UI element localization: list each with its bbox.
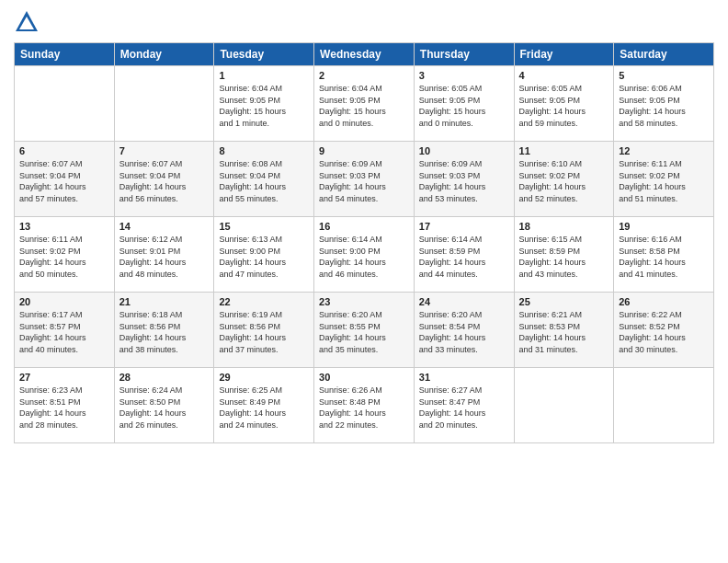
calendar-cell — [15, 66, 115, 142]
day-number: 24 — [419, 296, 509, 307]
header — [14, 9, 714, 35]
day-info: Sunrise: 6:11 AM Sunset: 9:02 PM Dayligh… — [19, 234, 109, 280]
day-number: 5 — [619, 70, 709, 81]
logo-icon — [14, 9, 40, 35]
calendar-header-wednesday: Wednesday — [314, 43, 415, 66]
calendar-header-sunday: Sunday — [15, 43, 115, 66]
calendar-cell: 28Sunrise: 6:24 AM Sunset: 8:50 PM Dayli… — [114, 368, 214, 443]
day-info: Sunrise: 6:08 AM Sunset: 9:04 PM Dayligh… — [219, 158, 309, 204]
day-info: Sunrise: 6:25 AM Sunset: 8:49 PM Dayligh… — [219, 385, 309, 431]
day-info: Sunrise: 6:13 AM Sunset: 9:00 PM Dayligh… — [219, 234, 309, 280]
calendar-cell: 23Sunrise: 6:20 AM Sunset: 8:55 PM Dayli… — [314, 293, 415, 368]
calendar-header-saturday: Saturday — [614, 43, 714, 66]
calendar-cell: 19Sunrise: 6:16 AM Sunset: 8:58 PM Dayli… — [614, 217, 714, 293]
calendar-header-tuesday: Tuesday — [214, 43, 314, 66]
day-number: 21 — [119, 296, 210, 307]
day-number: 10 — [419, 145, 509, 156]
day-info: Sunrise: 6:07 AM Sunset: 9:04 PM Dayligh… — [119, 158, 210, 204]
day-info: Sunrise: 6:24 AM Sunset: 8:50 PM Dayligh… — [119, 385, 210, 431]
calendar-week-2: 6Sunrise: 6:07 AM Sunset: 9:04 PM Daylig… — [15, 142, 714, 217]
day-number: 2 — [319, 70, 409, 81]
calendar-header-monday: Monday — [114, 43, 214, 66]
day-number: 30 — [319, 372, 409, 383]
calendar-cell: 8Sunrise: 6:08 AM Sunset: 9:04 PM Daylig… — [214, 142, 314, 217]
day-number: 23 — [319, 296, 409, 307]
calendar-cell: 2Sunrise: 6:04 AM Sunset: 9:05 PM Daylig… — [314, 66, 415, 142]
calendar-cell — [614, 368, 714, 443]
calendar-cell: 3Sunrise: 6:05 AM Sunset: 9:05 PM Daylig… — [414, 66, 514, 142]
day-number: 9 — [319, 145, 409, 156]
calendar-cell: 24Sunrise: 6:20 AM Sunset: 8:54 PM Dayli… — [414, 293, 514, 368]
day-number: 6 — [19, 145, 109, 156]
day-number: 11 — [519, 145, 609, 156]
day-number: 20 — [19, 296, 109, 307]
page: SundayMondayTuesdayWednesdayThursdayFrid… — [0, 0, 728, 563]
calendar-cell: 26Sunrise: 6:22 AM Sunset: 8:52 PM Dayli… — [614, 293, 714, 368]
day-info: Sunrise: 6:14 AM Sunset: 9:00 PM Dayligh… — [319, 234, 409, 280]
calendar-week-1: 1Sunrise: 6:04 AM Sunset: 9:05 PM Daylig… — [15, 66, 714, 142]
calendar-cell: 7Sunrise: 6:07 AM Sunset: 9:04 PM Daylig… — [114, 142, 214, 217]
day-number: 22 — [219, 296, 309, 307]
calendar-cell — [514, 368, 614, 443]
calendar-cell: 21Sunrise: 6:18 AM Sunset: 8:56 PM Dayli… — [114, 293, 214, 368]
calendar-cell: 9Sunrise: 6:09 AM Sunset: 9:03 PM Daylig… — [314, 142, 415, 217]
calendar-cell: 5Sunrise: 6:06 AM Sunset: 9:05 PM Daylig… — [614, 66, 714, 142]
calendar-cell: 22Sunrise: 6:19 AM Sunset: 8:56 PM Dayli… — [214, 293, 314, 368]
day-info: Sunrise: 6:09 AM Sunset: 9:03 PM Dayligh… — [419, 158, 509, 204]
day-number: 19 — [619, 221, 709, 232]
day-number: 16 — [319, 221, 409, 232]
calendar-cell: 29Sunrise: 6:25 AM Sunset: 8:49 PM Dayli… — [214, 368, 314, 443]
day-info: Sunrise: 6:04 AM Sunset: 9:05 PM Dayligh… — [219, 83, 309, 129]
calendar: SundayMondayTuesdayWednesdayThursdayFrid… — [14, 42, 714, 443]
calendar-week-5: 27Sunrise: 6:23 AM Sunset: 8:51 PM Dayli… — [15, 368, 714, 443]
calendar-cell: 14Sunrise: 6:12 AM Sunset: 9:01 PM Dayli… — [114, 217, 214, 293]
day-number: 3 — [419, 70, 509, 81]
day-number: 4 — [519, 70, 609, 81]
day-number: 18 — [519, 221, 609, 232]
day-info: Sunrise: 6:19 AM Sunset: 8:56 PM Dayligh… — [219, 309, 309, 355]
day-info: Sunrise: 6:11 AM Sunset: 9:02 PM Dayligh… — [619, 158, 709, 204]
calendar-body: 1Sunrise: 6:04 AM Sunset: 9:05 PM Daylig… — [15, 66, 714, 443]
calendar-cell: 20Sunrise: 6:17 AM Sunset: 8:57 PM Dayli… — [15, 293, 115, 368]
day-info: Sunrise: 6:04 AM Sunset: 9:05 PM Dayligh… — [319, 83, 409, 129]
day-info: Sunrise: 6:09 AM Sunset: 9:03 PM Dayligh… — [319, 158, 409, 204]
day-info: Sunrise: 6:15 AM Sunset: 8:59 PM Dayligh… — [519, 234, 609, 280]
calendar-cell: 6Sunrise: 6:07 AM Sunset: 9:04 PM Daylig… — [15, 142, 115, 217]
day-info: Sunrise: 6:07 AM Sunset: 9:04 PM Dayligh… — [19, 158, 109, 204]
calendar-header-thursday: Thursday — [414, 43, 514, 66]
calendar-cell: 31Sunrise: 6:27 AM Sunset: 8:47 PM Dayli… — [414, 368, 514, 443]
day-number: 7 — [119, 145, 210, 156]
day-info: Sunrise: 6:27 AM Sunset: 8:47 PM Dayligh… — [419, 385, 509, 431]
day-info: Sunrise: 6:21 AM Sunset: 8:53 PM Dayligh… — [519, 309, 609, 355]
day-number: 28 — [119, 372, 210, 383]
calendar-cell: 17Sunrise: 6:14 AM Sunset: 8:59 PM Dayli… — [414, 217, 514, 293]
calendar-cell: 16Sunrise: 6:14 AM Sunset: 9:00 PM Dayli… — [314, 217, 415, 293]
day-number: 26 — [619, 296, 709, 307]
calendar-header-friday: Friday — [514, 43, 614, 66]
logo — [14, 9, 41, 35]
day-info: Sunrise: 6:12 AM Sunset: 9:01 PM Dayligh… — [119, 234, 210, 280]
calendar-cell — [114, 66, 214, 142]
calendar-cell: 10Sunrise: 6:09 AM Sunset: 9:03 PM Dayli… — [414, 142, 514, 217]
day-number: 14 — [119, 221, 210, 232]
day-number: 15 — [219, 221, 309, 232]
calendar-cell: 13Sunrise: 6:11 AM Sunset: 9:02 PM Dayli… — [15, 217, 115, 293]
day-info: Sunrise: 6:20 AM Sunset: 8:54 PM Dayligh… — [419, 309, 509, 355]
day-info: Sunrise: 6:20 AM Sunset: 8:55 PM Dayligh… — [319, 309, 409, 355]
calendar-week-3: 13Sunrise: 6:11 AM Sunset: 9:02 PM Dayli… — [15, 217, 714, 293]
day-number: 12 — [619, 145, 709, 156]
day-number: 17 — [419, 221, 509, 232]
day-number: 8 — [219, 145, 309, 156]
day-info: Sunrise: 6:05 AM Sunset: 9:05 PM Dayligh… — [519, 83, 609, 129]
calendar-week-4: 20Sunrise: 6:17 AM Sunset: 8:57 PM Dayli… — [15, 293, 714, 368]
calendar-cell: 4Sunrise: 6:05 AM Sunset: 9:05 PM Daylig… — [514, 66, 614, 142]
calendar-cell: 1Sunrise: 6:04 AM Sunset: 9:05 PM Daylig… — [214, 66, 314, 142]
calendar-cell: 18Sunrise: 6:15 AM Sunset: 8:59 PM Dayli… — [514, 217, 614, 293]
calendar-header-row: SundayMondayTuesdayWednesdayThursdayFrid… — [15, 43, 714, 66]
day-info: Sunrise: 6:05 AM Sunset: 9:05 PM Dayligh… — [419, 83, 509, 129]
day-info: Sunrise: 6:14 AM Sunset: 8:59 PM Dayligh… — [419, 234, 509, 280]
day-number: 29 — [219, 372, 309, 383]
day-number: 31 — [419, 372, 509, 383]
day-number: 1 — [219, 70, 309, 81]
day-info: Sunrise: 6:17 AM Sunset: 8:57 PM Dayligh… — [19, 309, 109, 355]
